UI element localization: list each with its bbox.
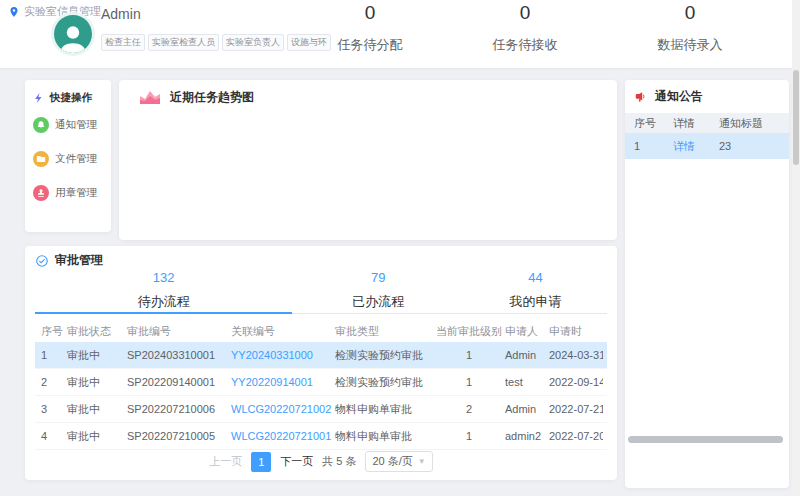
related-code-link[interactable]: WLCG20220721001	[231, 430, 335, 442]
role-tag: 实验室负责人	[222, 34, 284, 51]
tab-pending-processes[interactable]: 132 待办流程	[35, 268, 292, 313]
quick-actions-panel: 快捷操作 通知管理 文件管理 用章管理	[25, 80, 111, 232]
lightning-icon	[33, 92, 45, 104]
cell-level: 1	[433, 430, 505, 442]
related-code-link[interactable]: YY20240331000	[231, 349, 335, 361]
cell-level: 2	[433, 403, 505, 415]
related-code-link[interactable]: WLCG20220721002	[231, 403, 335, 415]
tab-done-processes[interactable]: 79 已办流程	[292, 268, 464, 313]
table-row[interactable]: 2 审批中 SP202209140001 YY20220914001 检测实验预…	[35, 369, 607, 396]
approval-panel: 审批管理 132 待办流程 79 已办流程 44 我的申请 序号 审批状态 审批…	[25, 246, 617, 480]
tab-count: 44	[464, 270, 607, 285]
col-approval-code: 审批编号	[127, 324, 231, 339]
approval-header: 审批管理	[25, 246, 617, 269]
notice-panel: 通知公告 序号 详情 通知标题 1 详情 23	[625, 80, 789, 488]
cell-status: 审批中	[67, 402, 127, 417]
role-tag: 实验室检查人员	[148, 34, 219, 51]
stat-value: 0	[460, 2, 590, 24]
vertical-scrollbar-track[interactable]	[792, 0, 800, 496]
cell-approval-code: SP202209140001	[127, 376, 231, 388]
cell-no: 2	[35, 376, 67, 388]
trend-chart-header: 近期任务趋势图	[119, 80, 617, 106]
notice-col-no: 序号	[625, 116, 673, 131]
cell-type: 检测实验预约审批	[335, 375, 433, 390]
cell-type: 检测实验预约审批	[335, 348, 433, 363]
notice-table-header: 序号 详情 通知标题	[625, 113, 789, 133]
approval-check-icon	[35, 254, 49, 268]
total-count-label: 共 5 条	[322, 454, 356, 469]
current-page-button[interactable]: 1	[251, 452, 271, 472]
next-page-button[interactable]: 下一页	[280, 454, 313, 469]
tab-label: 已办流程	[292, 293, 464, 311]
stat-label: 任务待接收	[460, 36, 590, 54]
cell-date: 2022-09-14	[549, 376, 603, 388]
notice-title: 通知公告	[655, 88, 703, 105]
page-size-select[interactable]: 20 条/页 ▼	[365, 451, 432, 472]
horizontal-scrollbar-thumb[interactable]	[628, 436, 783, 443]
col-related-code: 关联编号	[231, 324, 335, 339]
quick-item-notification-management[interactable]: 通知管理	[33, 117, 97, 133]
trend-chart-area	[119, 106, 617, 216]
approval-table: 序号 审批状态 审批编号 关联编号 审批类型 当前审批级别 申请人 申请时 1 …	[35, 320, 607, 450]
col-applicant: 申请人	[505, 324, 549, 339]
stat-value: 0	[625, 2, 755, 24]
tab-count: 132	[35, 270, 292, 285]
tab-label: 待办流程	[35, 293, 292, 311]
stat-label: 数据待录入	[625, 36, 755, 54]
tab-count: 79	[292, 270, 464, 285]
cell-level: 1	[433, 349, 505, 361]
cell-applicant: Admin	[505, 349, 549, 361]
trend-chart-title: 近期任务趋势图	[170, 89, 254, 106]
col-status: 审批状态	[67, 324, 127, 339]
stat-tasks-to-receive: 0 任务待接收	[460, 2, 590, 54]
notice-header: 通知公告	[625, 80, 789, 105]
breadcrumb: 实验室信息管理	[8, 4, 101, 19]
prev-page-button[interactable]: 上一页	[209, 454, 242, 469]
bell-icon	[33, 117, 49, 133]
notice-row-title: 23	[719, 140, 783, 152]
role-tag: 检查主任	[101, 34, 145, 51]
quick-item-label: 用章管理	[55, 186, 97, 200]
quick-item-label: 通知管理	[55, 118, 97, 132]
related-code-link[interactable]: YY20220914001	[231, 376, 335, 388]
folder-icon	[33, 151, 49, 167]
vertical-scrollbar-thumb[interactable]	[793, 70, 799, 165]
pagination: 上一页 1 下一页 共 5 条 20 条/页 ▼	[25, 451, 617, 472]
stat-label: 任务待分配	[305, 36, 435, 54]
notice-col-detail: 详情	[673, 116, 719, 131]
notice-col-title: 通知标题	[719, 116, 783, 131]
quick-actions-title: 快捷操作	[50, 91, 92, 105]
trend-chart-panel: 近期任务趋势图	[119, 80, 617, 240]
notice-detail-link[interactable]: 详情	[673, 139, 719, 154]
stamp-icon	[33, 185, 49, 201]
tab-my-applications[interactable]: 44 我的申请	[464, 268, 607, 313]
cell-status: 审批中	[67, 375, 127, 390]
cell-no: 3	[35, 403, 67, 415]
quick-item-seal-management[interactable]: 用章管理	[33, 185, 97, 201]
avatar	[54, 15, 92, 53]
cell-date: 2022-07-21	[549, 403, 603, 415]
table-row[interactable]: 1 审批中 SP202403310001 YY20240331000 检测实验预…	[35, 342, 607, 369]
chevron-down-icon: ▼	[418, 457, 426, 466]
cell-applicant: admin2	[505, 430, 549, 442]
cell-applicant: test	[505, 376, 549, 388]
quick-item-file-management[interactable]: 文件管理	[33, 151, 97, 167]
cell-approval-code: SP202207210006	[127, 403, 231, 415]
cell-type: 物料申购单审批	[335, 402, 433, 417]
stat-data-to-enter: 0 数据待录入	[625, 2, 755, 54]
user-roles: 检查主任 实验室检查人员 实验室负责人 设施与环	[101, 34, 331, 51]
table-row[interactable]: 3 审批中 SP202207210006 WLCG20220721002 物料申…	[35, 396, 607, 423]
cell-status: 审批中	[67, 429, 127, 444]
dashboard-window: 实验室信息管理 Admin 检查主任 实验室检查人员 实验室负责人 设施与环 0…	[0, 0, 800, 496]
table-row[interactable]: 4 审批中 SP202207210005 WLCG20220721001 物料申…	[35, 423, 607, 450]
cell-approval-code: SP202207210005	[127, 430, 231, 442]
approval-table-header: 序号 审批状态 审批编号 关联编号 审批类型 当前审批级别 申请人 申请时	[35, 320, 607, 342]
quick-item-label: 文件管理	[55, 152, 97, 166]
page-size-value: 20 条/页	[372, 454, 412, 469]
location-pin-icon	[8, 5, 20, 19]
col-level: 当前审批级别	[433, 324, 505, 339]
notice-row[interactable]: 1 详情 23	[625, 133, 789, 159]
approval-title: 审批管理	[55, 252, 103, 269]
notice-row-no: 1	[625, 140, 673, 152]
tab-label: 我的申请	[464, 293, 607, 311]
